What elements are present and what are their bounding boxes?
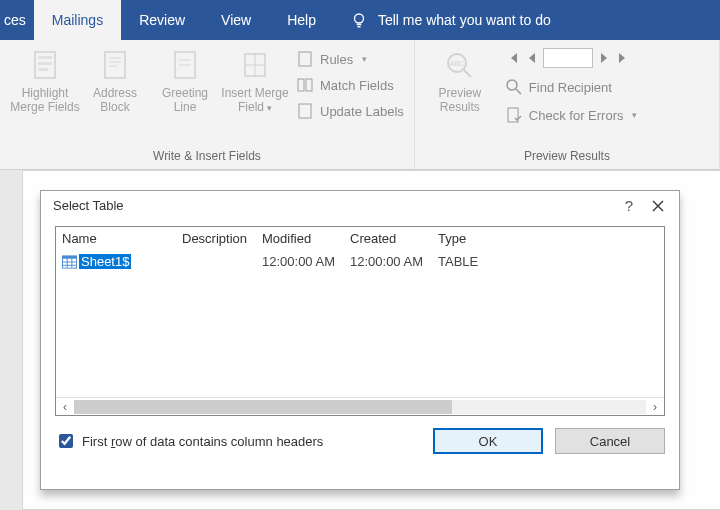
lightbulb-icon — [350, 11, 368, 29]
col-modified[interactable]: Modified — [256, 227, 344, 250]
record-navigation — [505, 48, 638, 68]
greeting-line-button[interactable]: Greeting Line — [150, 46, 220, 120]
group-label: Write & Insert Fields — [10, 149, 404, 163]
group-write-insert: Highlight Merge Fields Address Block Gre… — [0, 40, 415, 169]
table-header: Name Description Modified Created Type — [56, 227, 664, 250]
svg-rect-17 — [306, 79, 312, 91]
tab-truncated[interactable]: ces — [0, 0, 34, 40]
prev-record-button[interactable] — [525, 50, 539, 66]
table-list: Name Description Modified Created Type S… — [55, 226, 665, 416]
check-errors-button[interactable]: Check for Errors▾ — [505, 106, 638, 124]
cancel-button[interactable]: Cancel — [555, 428, 665, 454]
update-labels-button[interactable]: Update Labels — [296, 102, 404, 120]
svg-line-20 — [464, 70, 471, 77]
chevron-down-icon: ▾ — [632, 110, 637, 120]
table-icon — [62, 255, 77, 269]
svg-rect-2 — [38, 56, 52, 59]
tell-me-label: Tell me what you want to do — [378, 12, 551, 28]
svg-rect-16 — [298, 79, 304, 91]
chevron-down-icon: ▾ — [362, 54, 367, 64]
scroll-left-button[interactable]: ‹ — [56, 400, 74, 414]
svg-rect-4 — [38, 68, 48, 71]
dialog-title: Select Table — [53, 198, 124, 213]
svg-rect-15 — [299, 52, 311, 66]
svg-line-23 — [516, 89, 521, 94]
svg-rect-3 — [38, 62, 52, 65]
dialog-titlebar: Select Table ? — [41, 191, 679, 220]
scroll-track[interactable] — [74, 400, 646, 414]
col-name[interactable]: Name — [56, 227, 176, 250]
first-row-headers-checkbox[interactable]: First row of data contains column header… — [55, 431, 323, 451]
tab-review[interactable]: Review — [121, 0, 203, 40]
chevron-down-icon: ▾ — [267, 103, 272, 113]
select-table-dialog: Select Table ? Name Description Modified… — [40, 190, 680, 490]
document-icon — [296, 50, 314, 68]
document-check-icon — [505, 106, 523, 124]
tab-view[interactable]: View — [203, 0, 269, 40]
next-record-button[interactable] — [597, 50, 611, 66]
col-created[interactable]: Created — [344, 227, 432, 250]
horizontal-scrollbar[interactable]: ‹ › — [56, 397, 664, 415]
table-desc — [176, 258, 256, 266]
close-icon — [651, 199, 665, 213]
search-tell-me[interactable]: Tell me what you want to do — [334, 0, 551, 40]
last-record-button[interactable] — [615, 50, 631, 66]
help-button[interactable]: ? — [609, 197, 649, 214]
ribbon: Highlight Merge Fields Address Block Gre… — [0, 40, 720, 170]
tab-mailings[interactable]: Mailings — [34, 0, 121, 40]
first-row-headers-label: First row of data contains column header… — [82, 434, 323, 449]
match-fields-button[interactable]: Match Fields — [296, 76, 404, 94]
svg-rect-26 — [62, 255, 76, 258]
table-created: 12:00:00 AM — [344, 250, 432, 273]
svg-rect-18 — [299, 104, 311, 118]
find-recipient-button[interactable]: Find Recipient — [505, 78, 638, 96]
record-number-input[interactable] — [543, 48, 593, 68]
document-highlight-icon — [31, 50, 59, 82]
tab-help[interactable]: Help — [269, 0, 334, 40]
svg-point-22 — [507, 80, 517, 90]
table-type: TABLE — [432, 250, 502, 273]
table-name: Sheet1$ — [79, 254, 131, 269]
table-modified: 12:00:00 AM — [256, 250, 344, 273]
grid-icon — [241, 50, 269, 82]
highlight-merge-fields-button[interactable]: Highlight Merge Fields — [10, 46, 80, 120]
search-icon — [505, 78, 523, 96]
close-button[interactable] — [649, 199, 667, 213]
first-row-headers-input[interactable] — [59, 434, 73, 448]
document-icon — [296, 102, 314, 120]
col-description[interactable]: Description — [176, 227, 256, 250]
preview-results-button[interactable]: ABC Preview Results — [425, 46, 495, 124]
ribbon-tabs: ces Mailings Review View Help Tell me wh… — [0, 0, 720, 40]
col-type[interactable]: Type — [432, 227, 502, 250]
ok-button[interactable]: OK — [433, 428, 543, 454]
scroll-thumb[interactable] — [74, 400, 452, 414]
document-icon — [101, 50, 129, 82]
first-record-button[interactable] — [505, 50, 521, 66]
scroll-right-button[interactable]: › — [646, 400, 664, 414]
magnifier-icon: ABC — [444, 50, 476, 82]
match-icon — [296, 76, 314, 94]
svg-point-0 — [354, 14, 363, 23]
table-row[interactable]: Sheet1$ 12:00:00 AM 12:00:00 AM TABLE — [56, 250, 664, 273]
rules-button[interactable]: Rules▾ — [296, 50, 404, 68]
group-preview-results: ABC Preview Results Find Recipient C — [415, 40, 720, 169]
document-icon — [171, 50, 199, 82]
svg-text:ABC: ABC — [450, 60, 464, 67]
group-label: Preview Results — [425, 149, 709, 163]
svg-rect-5 — [105, 52, 125, 78]
insert-merge-field-button[interactable]: Insert Merge Field▾ — [220, 46, 290, 120]
address-block-button[interactable]: Address Block — [80, 46, 150, 120]
